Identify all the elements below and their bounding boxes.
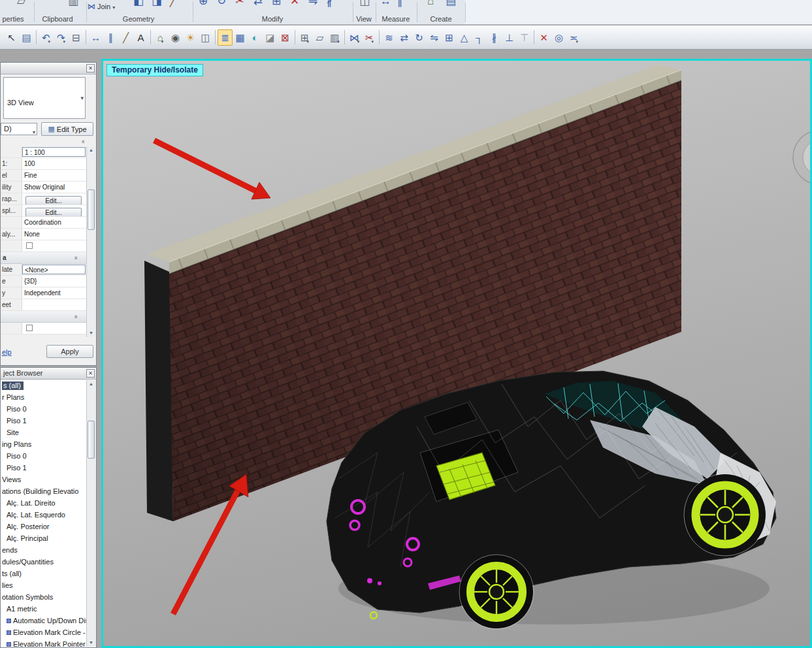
tree-item[interactable]: ations (Building Elevatio bbox=[1, 486, 87, 498]
scale-button[interactable]: △ bbox=[457, 29, 472, 46]
cut-geometry-button[interactable]: ✂▾ bbox=[362, 29, 377, 46]
property-value[interactable]: Coordination bbox=[22, 217, 86, 228]
modify-top-4-icon[interactable]: ⇄ bbox=[253, 0, 263, 7]
camera-button[interactable]: ◉ bbox=[168, 29, 183, 46]
create-top-2-icon[interactable]: ▤ bbox=[446, 0, 456, 7]
scroll-up-icon[interactable]: ▲ bbox=[87, 380, 95, 388]
dimension-options-button[interactable]: ≍▾ bbox=[566, 29, 581, 46]
switch-windows-button[interactable]: ⊞▾ bbox=[297, 29, 312, 46]
property-value[interactable]: Independent bbox=[22, 287, 86, 299]
tree-item[interactable]: lies bbox=[1, 580, 87, 592]
render-button[interactable]: ☀ bbox=[183, 29, 198, 46]
array-button[interactable]: ⊞ bbox=[442, 29, 457, 46]
project-browser-title-bar[interactable]: ject Browser ✕ bbox=[1, 368, 96, 380]
scroll-down-icon[interactable]: ▼ bbox=[87, 639, 95, 647]
tree-item[interactable]: otation Symbols bbox=[1, 592, 87, 604]
clipboard-top-icon[interactable]: ▥ bbox=[68, 0, 78, 7]
default-3d-view-button[interactable]: ⌂▾ bbox=[153, 29, 168, 46]
property-value[interactable]: Show Original bbox=[22, 182, 86, 193]
tree-item[interactable]: Automatic Up/Down Dir bbox=[1, 615, 87, 627]
pencil-icon[interactable]: ╱ bbox=[170, 0, 176, 7]
temporary-hide-isolate-button[interactable]: ◐ bbox=[248, 29, 263, 46]
paste-button[interactable]: ▥▾ bbox=[327, 29, 342, 46]
tree-item[interactable]: Piso 0 bbox=[1, 404, 87, 415]
tree-item[interactable]: Alç. Lat. Direito bbox=[1, 498, 87, 510]
tree-item[interactable]: A1 metric bbox=[1, 604, 87, 615]
apply-button[interactable]: Apply bbox=[46, 345, 93, 358]
print-button[interactable]: ⊟ bbox=[69, 29, 84, 46]
property-value[interactable]: {3D} bbox=[22, 276, 86, 287]
tree-item[interactable]: Elevation Mark Circle - U bbox=[1, 627, 87, 639]
tree-item[interactable]: ing Plans bbox=[1, 439, 87, 451]
properties-palette-button[interactable]: ▤ bbox=[19, 29, 34, 46]
tree-item[interactable]: Elevation Mark Pointer ( bbox=[1, 639, 87, 647]
collapse-chevron-icon[interactable]: » bbox=[79, 140, 86, 143]
scrollbar-thumb[interactable] bbox=[88, 189, 95, 230]
property-value[interactable] bbox=[22, 299, 86, 310]
property-value[interactable] bbox=[22, 323, 86, 334]
geometry-top-icon[interactable]: ◨ bbox=[152, 0, 162, 7]
property-value[interactable]: <None> bbox=[22, 265, 86, 274]
pin-button[interactable]: ⊥ bbox=[502, 29, 517, 46]
reveal-hidden-button[interactable]: ◪ bbox=[263, 29, 278, 46]
modify-top-1-icon[interactable]: ⊕ bbox=[199, 0, 208, 7]
property-value[interactable]: Fine bbox=[22, 170, 86, 181]
tree-item[interactable]: r Plans bbox=[1, 392, 87, 404]
paste-top-icon[interactable]: ▱ bbox=[17, 0, 25, 7]
visibility-graphics-button[interactable]: ▦ bbox=[233, 29, 248, 46]
close-hidden-windows-button[interactable]: ⊠ bbox=[278, 29, 293, 46]
modify-top-2-icon[interactable]: ↻ bbox=[217, 0, 226, 7]
measure-top-1-icon[interactable]: ↔ bbox=[380, 0, 391, 7]
join-geometry-button[interactable]: ⋈▾ bbox=[347, 29, 362, 46]
type-selector[interactable]: 3D View ▾ bbox=[3, 77, 86, 119]
tree-item[interactable]: Alç. Principal bbox=[1, 533, 87, 545]
move-button[interactable]: ⇄ bbox=[397, 29, 412, 46]
scroll-up-icon[interactable]: ▲ bbox=[87, 146, 95, 154]
instance-filter-combo[interactable]: D) ▾ bbox=[1, 123, 37, 135]
rotate-button[interactable]: ↻ bbox=[412, 29, 427, 46]
property-value[interactable]: Edit... bbox=[22, 205, 86, 216]
measure-point-button[interactable]: ◎ bbox=[551, 29, 566, 46]
properties-help-link[interactable]: elp bbox=[2, 348, 12, 356]
viewcube[interactable] bbox=[793, 130, 810, 185]
modify-top-8-icon[interactable]: ∦ bbox=[327, 0, 333, 7]
thin-lines-button[interactable]: ≣ bbox=[218, 29, 233, 46]
browser-scrollbar[interactable]: ▲ ▼ bbox=[86, 380, 95, 647]
edit-button[interactable]: Edit... bbox=[25, 208, 82, 216]
properties-scrollbar[interactable]: ▲ ▼ bbox=[86, 146, 95, 337]
edit-button[interactable]: Edit... bbox=[25, 196, 82, 204]
tree-item[interactable]: s (all) bbox=[1, 380, 87, 392]
tree-item[interactable]: dules/Quantities bbox=[1, 557, 87, 568]
scroll-down-icon[interactable]: ▼ bbox=[87, 329, 95, 337]
split-button[interactable]: ∦ bbox=[487, 29, 502, 46]
text-note-button[interactable]: A bbox=[133, 29, 148, 46]
property-value[interactable]: None bbox=[22, 229, 86, 240]
drawing-area[interactable]: Temporary Hide/Isolate bbox=[101, 59, 812, 648]
modify-top-5-icon[interactable]: ⊞ bbox=[272, 0, 281, 7]
cope-icon[interactable]: ◧ bbox=[133, 0, 144, 7]
close-icon[interactable]: ✕ bbox=[86, 64, 95, 73]
tree-item[interactable]: Piso 1 bbox=[1, 415, 87, 427]
join-button[interactable]: ⋈Join▾ bbox=[88, 2, 115, 11]
modify-top-6-icon[interactable]: ✕ bbox=[290, 0, 299, 7]
undo-button[interactable]: ↶▾ bbox=[39, 29, 54, 46]
redo-button[interactable]: ↷▾ bbox=[54, 29, 69, 46]
tree-item[interactable]: Piso 1 bbox=[1, 462, 87, 474]
modify-select-button[interactable]: ↖ bbox=[4, 29, 19, 46]
checkbox[interactable] bbox=[26, 242, 33, 249]
tree-item[interactable]: Alç. Posterior bbox=[1, 521, 87, 533]
collapse-chevron-icon[interactable]: » bbox=[72, 315, 78, 318]
view-top-icon[interactable]: ◫ bbox=[359, 0, 370, 7]
property-value[interactable] bbox=[22, 240, 86, 251]
aligned-dimension-button[interactable]: ∥ bbox=[103, 29, 118, 46]
align-button[interactable]: ≋ bbox=[382, 29, 397, 46]
properties-title-bar[interactable]: ✕ bbox=[1, 63, 96, 74]
collapse-chevron-icon[interactable]: » bbox=[72, 256, 78, 259]
viewport-3d-scene[interactable] bbox=[103, 61, 810, 646]
property-value[interactable]: 1 : 100 bbox=[22, 147, 86, 157]
edit-type-button[interactable]: ▦ Edit Type bbox=[41, 122, 93, 136]
tree-item[interactable]: ts (all) bbox=[1, 568, 87, 580]
close-icon[interactable]: ✕ bbox=[86, 369, 95, 378]
checkbox[interactable] bbox=[26, 325, 33, 331]
scrollbar-thumb[interactable] bbox=[88, 421, 95, 459]
